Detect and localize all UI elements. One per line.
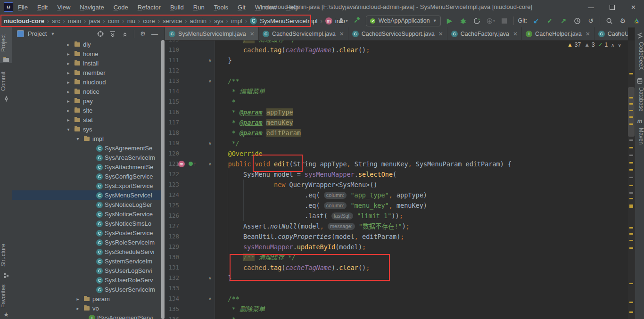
code-text[interactable]: } [213, 273, 232, 283]
code-line-123[interactable]: 123 new QueryWrapper<SysMenu>() [165, 180, 628, 190]
tool-window-tab-project[interactable]: Project [0, 29, 12, 57]
code-text[interactable]: * @param editParam [213, 128, 301, 138]
tree-arrow-expanded[interactable]: ▾ [66, 127, 71, 132]
stripe-warning-mark[interactable] [629, 311, 633, 313]
line-number[interactable]: 114 [165, 86, 179, 97]
code-line-119[interactable]: 119∧ */ [165, 138, 628, 148]
code-text[interactable]: SysMenu model = sysMenuMapper.selectOne( [213, 169, 396, 180]
editor-scrollbar-thumb[interactable] [628, 87, 635, 137]
stripe-warning-mark[interactable] [629, 227, 633, 229]
stripe-warning-mark[interactable] [629, 97, 633, 98]
tab-cachehelper-java[interactable]: ICacheHelper.java✕ [522, 27, 594, 40]
tree-arrow-collapsed[interactable]: ▸ [66, 70, 71, 75]
code-line-130[interactable]: 130 /** 清理缓存 */ [165, 252, 628, 262]
project-tree-scrollbar[interactable] [161, 40, 165, 319]
tree-item-sysmenuservicei[interactable]: CSysMenuServiceI [12, 190, 165, 200]
expand-all-button[interactable] [109, 31, 116, 37]
hide-panel-button[interactable]: — [151, 30, 158, 38]
close-button[interactable]: ✕ [623, 0, 644, 14]
menu-item-code[interactable]: Code [114, 4, 128, 11]
code-text[interactable]: public void edit(String appType, String … [213, 159, 512, 169]
editor-error-stripe[interactable] [628, 41, 635, 319]
stripe-warning-mark[interactable] [629, 162, 633, 164]
breadcrumb-item-impl[interactable]: impl [231, 17, 242, 25]
breadcrumb-item-service[interactable]: service [163, 17, 182, 25]
code-line-125[interactable]: 125 .eq( column: "menu_key", menuKey) [165, 200, 628, 211]
code-text[interactable]: @Override [213, 148, 263, 159]
line-number[interactable]: 127 [165, 221, 179, 231]
stripe-warning-mark[interactable] [629, 233, 633, 235]
fold-start-icon[interactable]: ∨ [208, 76, 212, 86]
code-line-129[interactable]: 129 sysMenuMapper.updateById(model); [165, 242, 628, 252]
stripe-warning-mark[interactable] [629, 185, 633, 186]
code-line-122[interactable]: 122 SysMenu model = sysMenuMapper.select… [165, 169, 628, 180]
code-text[interactable]: cached.tag(cacheTagName).clear(); [213, 262, 370, 273]
line-number[interactable]: 123 [165, 180, 179, 190]
tab-close-icon[interactable]: ✕ [250, 31, 255, 37]
code-text[interactable]: cached.tag(cacheTagName).clear(); [213, 45, 370, 55]
collab-user-button[interactable]: ▾ [338, 16, 348, 26]
tree-arrow-collapsed[interactable]: ▸ [66, 89, 71, 94]
tree-item-niucloud[interactable]: ▸niucloud [12, 77, 165, 87]
tool-window-tab-structure[interactable]: Structure [0, 240, 12, 270]
search-everywhere-button[interactable] [604, 16, 614, 26]
profiler-button[interactable] [472, 16, 482, 26]
tree-item-sysattachmentse[interactable]: CSysAttachmentSe [12, 162, 165, 172]
method-breakpoint-icon[interactable]: m [178, 161, 185, 167]
tree-item-member[interactable]: ▸member [12, 68, 165, 77]
breadcrumb-item-niu[interactable]: niu [127, 17, 135, 25]
line-number[interactable]: 135 [165, 304, 179, 314]
code-text[interactable]: BeanUtil.copyProperties(model, editParam… [213, 231, 404, 242]
line-number[interactable]: 134 [165, 294, 179, 304]
tree-arrow-collapsed[interactable]: ▸ [66, 61, 71, 66]
settings-gear-button[interactable]: ⚙ [618, 16, 627, 26]
code-text[interactable]: * [213, 314, 236, 319]
tab-cachefactory-java[interactable]: CCacheFactory.java✕ [447, 27, 522, 40]
history-button[interactable] [572, 16, 582, 26]
code-line-110[interactable]: 110 cached.tag(cacheTagName).clear(); [165, 45, 628, 55]
tree-item-sysagreementse[interactable]: CSysAgreementSe [12, 143, 165, 153]
stripe-warning-mark[interactable] [629, 169, 633, 171]
tree-item-sysroleserviceim[interactable]: CSysRoleServiceIm [12, 237, 165, 247]
code-line-112[interactable]: 112 [165, 65, 628, 76]
breadcrumb-item-src[interactable]: src [52, 17, 60, 25]
maximize-button[interactable] [602, 0, 623, 14]
fold-start-icon[interactable]: ∨ [208, 294, 212, 304]
menu-item-git[interactable]: Git [238, 4, 246, 11]
line-number[interactable]: 111 [165, 55, 179, 65]
code-text[interactable]: * [213, 97, 236, 107]
code-line-111[interactable]: 111∧ } [165, 55, 628, 65]
code-text[interactable]: .eq( column: "app_type", appType) [213, 190, 427, 200]
tree-arrow-collapsed[interactable]: ▸ [66, 42, 71, 47]
code-text[interactable]: * 编辑菜单 [213, 86, 265, 97]
line-number[interactable]: 133 [165, 283, 179, 294]
tab-close-icon[interactable]: ✕ [438, 31, 443, 37]
line-number[interactable]: 132 [165, 273, 179, 283]
next-problem-chevron[interactable]: ∨ [618, 42, 621, 48]
tree-arrow-collapsed[interactable]: ▸ [66, 51, 71, 57]
fold-end-icon[interactable]: ∧ [208, 138, 212, 148]
line-number[interactable]: 128 [165, 231, 179, 242]
git-commit-button[interactable]: ✓ [545, 16, 554, 26]
line-number[interactable]: 136 [165, 314, 179, 319]
stripe-warning-mark[interactable] [629, 302, 633, 303]
code-line-124[interactable]: 124 .eq( column: "app_type", appType) [165, 190, 628, 200]
stripe-warning-mark[interactable] [629, 147, 633, 148]
tree-item-install[interactable]: ▸install [12, 58, 165, 68]
code-line-133[interactable]: 133 [165, 283, 628, 294]
tree-item-vo[interactable]: ▸vo [12, 303, 165, 313]
tree-item-systemserviceim[interactable]: CSystemServiceIm [12, 256, 165, 266]
tree-arrow-expanded[interactable]: ▾ [75, 136, 80, 141]
line-number[interactable]: 116 [165, 107, 179, 117]
tool-window-tab-favorites[interactable]: Favorites [0, 282, 12, 310]
stripe-warning-mark[interactable] [629, 198, 633, 199]
inspections-widget[interactable]: ▲ 37 ▲ 3 ✓ 1 ∧ ∨ [567, 41, 621, 48]
tree-arrow-collapsed[interactable]: ▸ [66, 80, 71, 85]
code-line-121[interactable]: 121∨m↑ public void edit(String appType, … [165, 159, 628, 169]
breadcrumb-item-admin[interactable]: admin [190, 17, 206, 25]
code-text[interactable]: * 删除菜单 [213, 304, 265, 314]
tool-window-tab-maven[interactable]: Maven [635, 125, 644, 147]
tab-cachedserviceimpl-java[interactable]: CCachedServiceImpl.java✕ [259, 27, 348, 40]
code-line-132[interactable]: 132∧ } [165, 273, 628, 283]
code-text[interactable]: .eq( column: "menu_key", menuKey) [213, 200, 427, 211]
